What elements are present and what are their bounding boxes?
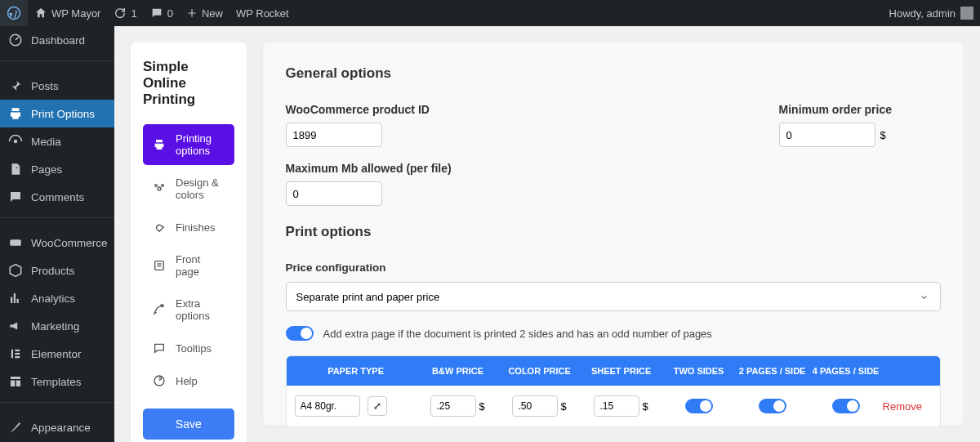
currency-symbol: $ [880, 129, 886, 141]
sidebar-item-templates[interactable]: Templates [0, 368, 114, 395]
nav-label: Extra options [176, 297, 225, 322]
wprocket-link[interactable]: WP Rocket [229, 0, 296, 26]
sheet-price-input[interactable] [594, 395, 639, 417]
table-header: PAPER TYPE B&W PRICE COLOR PRICE SHEET P… [287, 356, 940, 386]
comments-count: 0 [167, 7, 173, 20]
sidebar-item-pages[interactable]: Pages [0, 155, 114, 183]
extra-page-toggle[interactable] [286, 326, 314, 341]
menu-label: Appearance [31, 422, 91, 434]
new-link[interactable]: New [180, 0, 229, 26]
nav-icon [153, 259, 166, 272]
wp-logo[interactable] [0, 0, 28, 26]
nav-label: Front page [176, 253, 225, 278]
sidebar-item-products[interactable]: Products [0, 257, 114, 284]
sidebar-item-marketing[interactable]: Marketing [0, 312, 114, 340]
nav-label: Tooltips [176, 342, 212, 355]
nav-item-front-page[interactable]: Front page [143, 245, 234, 286]
updates-link[interactable]: 1 [107, 0, 143, 26]
price-config-label: Price configuration [286, 261, 941, 274]
currency-symbol: $ [479, 400, 484, 413]
bw-price-input[interactable] [430, 395, 476, 417]
two-pages-toggle[interactable] [759, 399, 786, 413]
menu-label: Templates [31, 376, 82, 388]
sidebar-item-woocommerce[interactable]: WooCommerce [0, 229, 114, 257]
site-name-link[interactable]: WP Mayor [28, 0, 107, 26]
sidebar-item-comments[interactable]: Comments [0, 183, 114, 211]
comments-link[interactable]: 0 [144, 0, 180, 26]
paper-expand-button[interactable]: ⤢ [368, 396, 387, 416]
updates-count: 1 [131, 7, 136, 20]
min-order-input[interactable] [779, 123, 875, 147]
svg-rect-6 [15, 353, 20, 355]
woo-icon [8, 235, 23, 250]
sidebar-item-dashboard[interactable]: Dashboard [0, 26, 114, 54]
price-table: PAPER TYPE B&W PRICE COLOR PRICE SHEET P… [286, 355, 941, 427]
new-label: New [202, 7, 223, 20]
elementor-icon [8, 346, 23, 361]
nav-item-finishes[interactable]: Finishes [143, 212, 234, 242]
dashboard-icon [8, 33, 23, 47]
comment-icon [150, 7, 163, 20]
menu-label: Dashboard [31, 34, 85, 47]
price-config-select[interactable]: Separate print and paper price [286, 282, 941, 311]
nav-item-help[interactable]: Help [143, 366, 234, 395]
print-title: Print options [286, 224, 941, 240]
th-bw: B&W PRICE [417, 366, 499, 376]
panel-title: Simple Online Printing [143, 59, 234, 108]
menu-label: Comments [31, 191, 84, 203]
nav-item-tooltips[interactable]: Tooltips [143, 333, 234, 363]
main-content: Simple Online Printing Printing optionsD… [114, 26, 980, 442]
four-pages-toggle[interactable] [832, 399, 860, 413]
pin-icon [8, 78, 23, 93]
plus-icon [186, 7, 198, 19]
site-name: WP Mayor [51, 7, 100, 20]
two-sides-toggle[interactable] [685, 399, 713, 413]
megaphone-icon [8, 319, 23, 333]
product-id-input[interactable] [286, 123, 382, 147]
color-price-input[interactable] [512, 395, 558, 417]
print-icon [8, 106, 23, 121]
th-4ps: 4 PAGES / SIDE [809, 366, 883, 376]
th-twosides: TWO SIDES [662, 366, 736, 376]
svg-rect-3 [10, 239, 21, 246]
sidebar-item-print-options[interactable]: Print Options [0, 100, 114, 127]
nav-icon [153, 374, 166, 387]
home-icon [34, 7, 47, 20]
wordpress-icon [7, 6, 21, 20]
menu-label: Products [31, 265, 74, 277]
sidebar-item-media[interactable]: Media [0, 127, 114, 155]
paper-type-input[interactable] [295, 395, 360, 417]
nav-icon [153, 221, 166, 234]
wp-sidebar: DashboardPostsPrint OptionsMediaPagesCom… [0, 26, 114, 442]
product-id-label: WooCommerce product ID [286, 103, 430, 116]
avatar [960, 7, 973, 20]
svg-rect-7 [15, 356, 20, 358]
nav-label: Printing options [176, 132, 225, 157]
sidebar-item-elementor[interactable]: Elementor [0, 340, 114, 368]
howdy-link[interactable]: Howdy, admin [889, 7, 973, 20]
nav-item-printing-options[interactable]: Printing options [143, 124, 234, 165]
max-mb-input[interactable] [286, 181, 382, 206]
comment-icon [8, 190, 23, 204]
nav-icon [153, 182, 166, 195]
menu-label: Marketing [31, 320, 79, 333]
nav-item-extra-options[interactable]: Extra options [143, 289, 234, 330]
content-panel: General options WooCommerce product ID M… [263, 42, 964, 426]
min-order-label: Minimum order price [779, 103, 892, 116]
brush-icon [8, 420, 23, 435]
sidebar-item-appearance[interactable]: Appearance [0, 413, 114, 441]
save-button[interactable]: Save [143, 409, 234, 440]
svg-point-2 [14, 140, 18, 144]
sidebar-item-posts[interactable]: Posts [0, 72, 114, 100]
template-icon [8, 374, 23, 389]
currency-symbol: $ [642, 400, 648, 413]
th-color: COLOR PRICE [499, 366, 581, 376]
remove-row-button[interactable]: Remove [883, 400, 922, 413]
max-mb-label: Maximum Mb allowed (per file) [286, 162, 941, 175]
sidebar-item-analytics[interactable]: Analytics [0, 284, 114, 312]
menu-label: Elementor [31, 348, 82, 360]
table-row: ⤢ $ $ $ Remove [287, 386, 940, 426]
nav-label: Help [176, 375, 198, 387]
nav-icon [153, 138, 166, 151]
nav-item-design-colors[interactable]: Design & colors [143, 168, 234, 209]
